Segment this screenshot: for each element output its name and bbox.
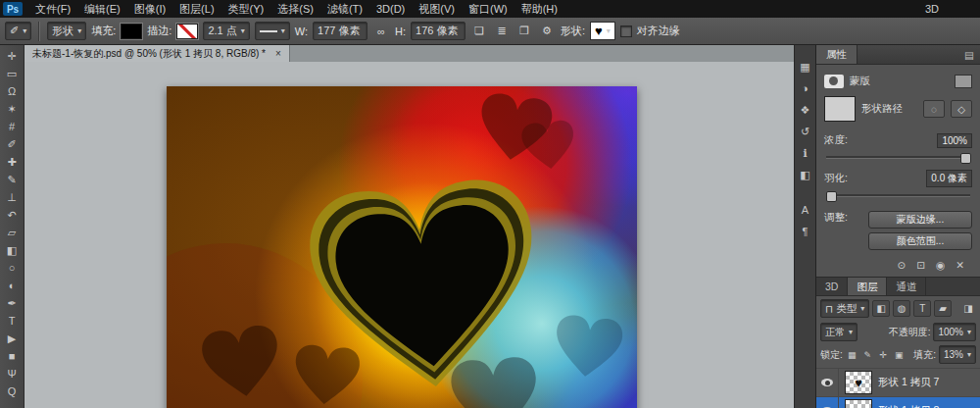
lock-pixels-icon[interactable]: ✎	[861, 348, 874, 361]
hand-tool[interactable]: Ψ	[0, 365, 24, 382]
menu-item-select[interactable]: 选择(S)	[270, 0, 320, 18]
load-selection-icon[interactable]: ⊙	[897, 259, 906, 271]
enable-mask-icon[interactable]: ◉	[936, 259, 945, 271]
rectangle-shape-tool[interactable]: ■	[0, 347, 24, 365]
tab-properties[interactable]: 属性	[816, 45, 858, 64]
delete-mask-icon[interactable]: ✕	[956, 259, 964, 271]
apply-mask-icon[interactable]: ⊡	[916, 259, 925, 271]
stroke-width-select[interactable]: 2.1 点 ▾	[203, 22, 249, 40]
layer-thumbnail[interactable]: ♥	[845, 399, 872, 408]
filter-type-layers-icon[interactable]: T	[913, 300, 931, 317]
path-selection-tool[interactable]: ▶	[0, 330, 24, 347]
gear-icon[interactable]: ⚙	[538, 23, 556, 39]
menu-item-image[interactable]: 图像(I)	[127, 0, 172, 18]
filter-shape-layers-icon[interactable]: ▰	[934, 300, 952, 317]
tab-layers[interactable]: 图层	[848, 278, 887, 295]
history-brush-tool[interactable]: ↶	[0, 206, 24, 224]
horizontal-type-tool[interactable]: T	[0, 312, 24, 330]
layer-row-selected[interactable]: ♥ 形状 1 拷贝 8	[816, 397, 980, 408]
move-tool[interactable]: ✛	[0, 47, 24, 65]
quick-selection-tool[interactable]: ✶	[0, 100, 24, 118]
eyedropper-tool[interactable]: ✐	[0, 135, 24, 153]
layer-row[interactable]: ♥ 形状 1 拷贝 7	[816, 369, 980, 397]
stroke-type-select[interactable]: ▾	[255, 22, 290, 40]
layer-visibility-toggle[interactable]	[816, 397, 839, 408]
menu-item-file[interactable]: 文件(F)	[28, 0, 77, 18]
layer-visibility-toggle[interactable]	[816, 369, 839, 396]
eraser-tool[interactable]: ▱	[0, 224, 24, 241]
history-panel-icon[interactable]: ↺	[797, 124, 813, 139]
path-operations-icon[interactable]: ❏	[470, 23, 488, 39]
mask-thumbnail[interactable]	[824, 96, 856, 122]
custom-shape-preview[interactable]: ♥ ▾	[590, 22, 615, 40]
align-edges-checkbox[interactable]	[620, 26, 632, 37]
brush-tool[interactable]: ✎	[0, 171, 24, 188]
stroke-color-swatch[interactable]	[176, 24, 198, 39]
path-arrange-icon[interactable]: ❐	[515, 23, 533, 39]
document-tab[interactable]: 未标题-1-恢复的.psd @ 50% (形状 1 拷贝 8, RGB/8) *…	[24, 45, 290, 62]
lock-all-icon[interactable]: ▣	[893, 348, 906, 361]
workspace-switcher[interactable]: 3D	[917, 3, 947, 15]
slider-knob[interactable]	[960, 153, 971, 164]
character-panel-icon[interactable]: A	[797, 202, 813, 218]
dodge-tool[interactable]: ◐	[0, 277, 24, 294]
panel-menu-icon[interactable]: ▤	[964, 49, 974, 61]
paragraph-panel-icon[interactable]: ¶	[797, 224, 813, 239]
path-alignment-icon[interactable]: ≣	[493, 23, 511, 39]
close-icon[interactable]: ×	[275, 48, 281, 59]
pen-tool[interactable]: ✒	[0, 294, 24, 312]
menu-item-3d[interactable]: 3D(D)	[369, 0, 412, 18]
menu-item-layer[interactable]: 图层(L)	[172, 0, 220, 18]
density-slider[interactable]	[826, 152, 970, 163]
blur-tool[interactable]: ○	[0, 259, 24, 277]
tool-preset-picker[interactable]: ✐ ▾	[5, 22, 31, 40]
opacity-input[interactable]: 100% ▾	[933, 323, 976, 341]
feather-slider[interactable]	[826, 190, 970, 201]
tool-mode-select[interactable]: 形状 ▾	[47, 22, 86, 40]
menu-item-view[interactable]: 视图(V)	[412, 0, 462, 18]
menu-item-filter[interactable]: 滤镜(T)	[320, 0, 369, 18]
lock-position-icon[interactable]: ✛	[877, 348, 890, 361]
feather-value[interactable]: 0.0 像素	[926, 170, 972, 187]
clone-stamp-tool[interactable]: ⊥	[0, 188, 24, 206]
lock-transparency-icon[interactable]: ▦	[846, 348, 858, 361]
quick-selection-tool-icon: ✶	[7, 103, 16, 116]
layer-thumbnail[interactable]: ♥	[845, 371, 872, 394]
rectangular-marquee-tool[interactable]: ▭	[0, 65, 24, 82]
slider-knob[interactable]	[826, 191, 837, 202]
add-vector-mask-button[interactable]: ◇	[951, 100, 972, 118]
document-canvas[interactable]	[167, 86, 637, 408]
styles-panel-icon[interactable]: ❖	[797, 102, 813, 118]
tab-channels[interactable]: 通道	[887, 278, 926, 295]
canvas-area[interactable]	[24, 62, 794, 408]
link-dimensions-icon[interactable]: ∞	[372, 23, 390, 39]
filter-pixel-layers-icon[interactable]: ◧	[872, 300, 890, 317]
filter-type-select[interactable]: ⊓ 类型 ▾	[820, 299, 869, 318]
blend-mode-select[interactable]: 正常 ▾	[820, 323, 858, 341]
gradient-tool[interactable]: ◧	[0, 241, 24, 259]
density-value[interactable]: 100%	[937, 133, 972, 148]
menu-item-window[interactable]: 窗口(W)	[462, 0, 514, 18]
shape-height-input[interactable]: 176 像素	[411, 22, 466, 40]
tab-3d[interactable]: 3D	[816, 278, 848, 295]
mask-edge-button[interactable]: 蒙版边缘...	[868, 211, 972, 229]
spot-healing-brush-tool[interactable]: ✚	[0, 153, 24, 171]
filter-adjustment-layers-icon[interactable]: ◍	[893, 300, 910, 317]
adjustments-panel-icon[interactable]: ◑	[797, 80, 813, 96]
menu-item-help[interactable]: 帮助(H)	[514, 0, 564, 18]
filtering-toggle-icon[interactable]: ◨	[960, 301, 976, 316]
shape-width-input[interactable]: 177 像素	[313, 22, 368, 40]
menu-item-edit[interactable]: 编辑(E)	[77, 0, 127, 18]
fill-color-swatch[interactable]	[121, 24, 142, 39]
menu-item-type[interactable]: 类型(Y)	[221, 0, 271, 18]
zoom-tool[interactable]: Q	[0, 382, 24, 400]
color-range-button[interactable]: 颜色范围...	[868, 232, 972, 250]
lasso-tool[interactable]: Ω	[0, 82, 24, 100]
crop-tool[interactable]: #	[0, 118, 24, 135]
info-panel-icon[interactable]: ℹ	[797, 145, 813, 161]
color-panel-icon[interactable]: ◧	[797, 167, 813, 182]
chevron-down-icon: ▾	[967, 350, 971, 359]
add-pixel-mask-button[interactable]: ◌	[923, 100, 945, 118]
swatches-panel-icon[interactable]: ▦	[797, 59, 813, 75]
layer-fill-input[interactable]: 13% ▾	[939, 345, 976, 364]
